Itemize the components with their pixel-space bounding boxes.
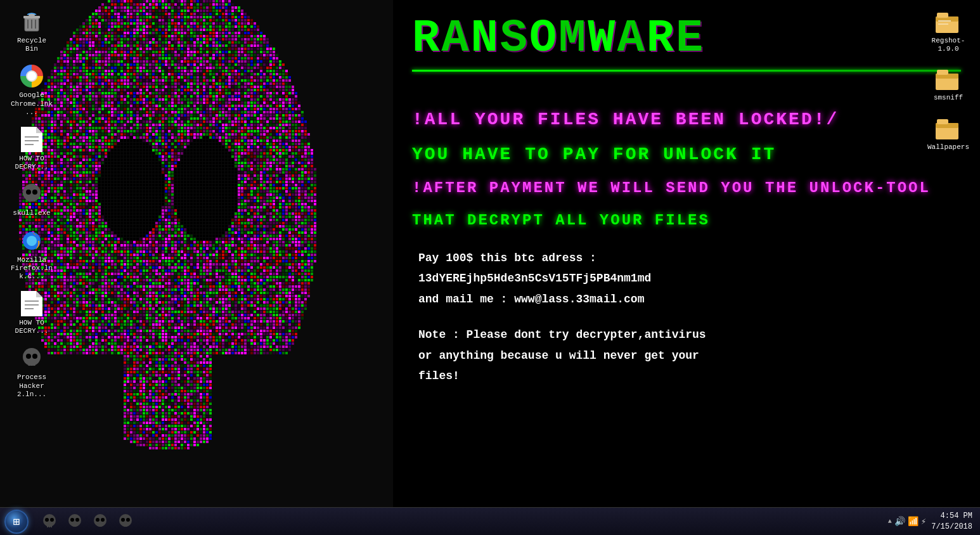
tray-volume-icon: 📶 [908, 516, 919, 527]
process-hacker-image [19, 345, 44, 371]
svg-point-61 [126, 518, 130, 522]
clock[interactable]: 4:54 PM 7/15/2018 [931, 511, 972, 532]
svg-rect-36 [938, 20, 951, 22]
title-underline [412, 70, 961, 72]
svg-point-45 [45, 518, 49, 522]
firefox-icon-desktop[interactable]: Mozilla Firefox.lnk.c... [6, 226, 57, 284]
ransom-line3: !AFTER PAYMENT WE WILL SEND YOU THE UNLO… [412, 179, 961, 197]
regshot-label: Regshot-1.9.0 [925, 37, 971, 53]
skull-exe-label: skull.exe [13, 209, 50, 217]
svg-point-56 [96, 518, 100, 522]
taskbar: ▲ 🔊 📶 ⚡ 4:54 PM 7/15/2018 [0, 507, 980, 535]
skull-exe-image [19, 181, 44, 207]
taskbar-skull4[interactable] [114, 510, 137, 533]
firefox-image [19, 228, 44, 254]
tray-icons: ▲ 🔊 📶 ⚡ [888, 516, 926, 527]
svg-point-28 [32, 354, 37, 359]
taskbar-skull3[interactable] [89, 510, 112, 533]
ransom-line4: THAT DECRYPT ALL YOUR FILES [412, 212, 961, 229]
wallpapers-label: Wallpapers [927, 143, 969, 151]
clock-date: 7/15/2018 [931, 522, 972, 532]
howto1-image [19, 127, 44, 152]
start-orb [4, 510, 29, 534]
recycle-bin-image [19, 9, 44, 34]
svg-marker-8 [36, 127, 42, 133]
svg-rect-43 [937, 119, 948, 124]
taskbar-right: ▲ 🔊 📶 ⚡ 4:54 PM 7/15/2018 [880, 511, 980, 532]
desktop-icons-right: Regshot-1.9.0 smsniff Wallpapers [923, 6, 974, 154]
process-hacker-icon[interactable]: Process Hacker 2.ln... [6, 343, 57, 401]
chrome-image [19, 63, 44, 89]
ransom-line1: !ALL YOUR FILES HAVE BEEN LOCKED!/ [412, 110, 961, 129]
smsniff-label: smsniff [934, 94, 963, 102]
clock-time: 4:54 PM [931, 511, 972, 522]
process-hacker-label: Process Hacker 2.ln... [9, 373, 55, 399]
wallpapers-icon[interactable]: Wallpapers [923, 113, 974, 154]
ransom-line2: YOU HAVE TO PAY FOR UNLOCK IT [412, 145, 961, 164]
tray-network-icon: 🔊 [894, 516, 905, 527]
svg-rect-37 [938, 23, 948, 25]
chrome-icon-desktop[interactable]: Google Chrome.lnk... [6, 61, 57, 119]
svg-point-52 [70, 518, 74, 522]
ransom-note: Note : Please dont try decrypter,antivir… [418, 325, 961, 386]
taskbar-items [33, 510, 880, 533]
svg-marker-22 [36, 291, 42, 297]
svg-point-54 [71, 522, 79, 527]
howto1-label: HOW TO DECRY... [9, 155, 55, 171]
firefox-label: Mozilla Firefox.lnk.c... [9, 256, 55, 281]
smsniff-image [936, 66, 961, 91]
svg-rect-35 [937, 13, 948, 18]
ransom-title: RANSOMWARE [412, 13, 961, 65]
svg-point-46 [50, 518, 54, 522]
ransom-payment: Pay 100$ this btc adress : 13dYEREjhp5Hd… [418, 248, 961, 309]
recycle-bin-icon[interactable]: Recycle Bin [6, 6, 57, 56]
svg-point-14 [32, 190, 37, 195]
taskbar-skull1[interactable] [38, 510, 61, 533]
desktop-icons-left: Recycle Bin Google Chrome.lnk... HOW TO … [6, 6, 57, 401]
regshot-image [936, 9, 961, 34]
smsniff-icon[interactable]: smsniff [923, 63, 974, 105]
howto1-icon[interactable]: HOW TO DECRY... [6, 124, 57, 174]
skull-exe-icon[interactable]: skull.exe [6, 179, 57, 220]
svg-point-60 [121, 518, 125, 522]
regshot-icon[interactable]: Regshot-1.9.0 [923, 6, 974, 56]
svg-rect-40 [937, 70, 948, 75]
svg-point-53 [75, 518, 79, 522]
svg-point-62 [122, 522, 129, 527]
svg-point-13 [26, 190, 31, 195]
start-button[interactable] [0, 508, 33, 536]
svg-point-20 [27, 236, 37, 246]
tray-expand-arrow[interactable]: ▲ [888, 518, 892, 525]
svg-point-27 [26, 354, 31, 359]
chrome-label: Google Chrome.lnk... [9, 91, 55, 117]
howto2-label: HOW TO DECRY... [9, 319, 55, 335]
recycle-bin-label: Recycle Bin [9, 37, 55, 53]
desktop: RANSOMWARE !ALL YOUR FILES HAVE BEEN LOC… [0, 0, 980, 535]
svg-rect-2 [23, 16, 40, 18]
ransom-panel: RANSOMWARE !ALL YOUR FILES HAVE BEEN LOC… [393, 0, 980, 507]
howto2-icon[interactable]: HOW TO DECRY... [6, 288, 57, 338]
wallpapers-image [936, 115, 961, 141]
svg-point-58 [96, 522, 104, 527]
svg-point-57 [101, 518, 105, 522]
howto2-image [19, 291, 44, 316]
taskbar-skull2[interactable] [63, 510, 86, 533]
tray-speaker-icon: ⚡ [921, 516, 926, 527]
